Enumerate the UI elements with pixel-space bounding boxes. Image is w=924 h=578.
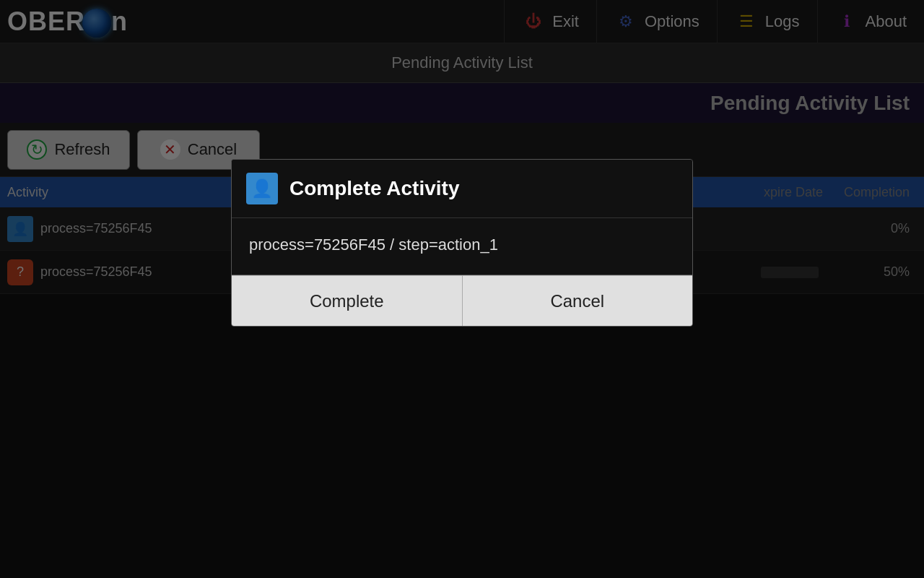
dialog-header-icon: 👤 xyxy=(246,173,278,204)
dialog-footer: Complete Cancel xyxy=(232,275,692,326)
complete-activity-dialog: 👤 Complete Activity process=75256F45 / s… xyxy=(231,159,693,327)
dialog-body: process=75256F45 / step=action_1 xyxy=(232,218,692,275)
dialog-header: 👤 Complete Activity xyxy=(232,160,692,218)
dialog-message: process=75256F45 / step=action_1 xyxy=(249,236,675,254)
dialog-title: Complete Activity xyxy=(289,177,459,200)
dialog-complete-button[interactable]: Complete xyxy=(232,275,463,326)
dialog-cancel-button[interactable]: Cancel xyxy=(463,275,693,326)
modal-overlay: 👤 Complete Activity process=75256F45 / s… xyxy=(0,0,924,578)
